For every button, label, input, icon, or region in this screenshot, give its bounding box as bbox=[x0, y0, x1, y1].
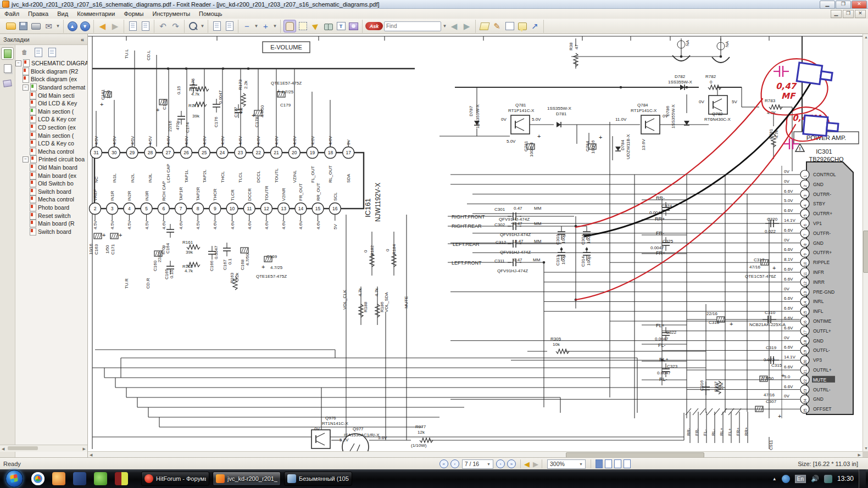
bookmark-item-11[interactable]: Mecha control bbox=[15, 148, 87, 156]
comment-bubble-tool-icon[interactable] bbox=[516, 20, 528, 32]
word-icon[interactable] bbox=[73, 472, 86, 485]
scroll-right-icon[interactable]: ▶ bbox=[83, 447, 86, 451]
redo-icon[interactable]: ↷ bbox=[170, 20, 181, 32]
page-prev-tool-icon[interactable] bbox=[127, 20, 138, 32]
print-icon[interactable] bbox=[30, 20, 42, 32]
continuous-layout-icon[interactable] bbox=[605, 459, 612, 468]
bookmark-item-14[interactable]: Main board (ex bbox=[15, 171, 87, 180]
bookmark-item-3[interactable]: −Standard schemat bbox=[15, 83, 87, 92]
hidden-icons-arrow[interactable]: ▲ bbox=[772, 476, 777, 481]
bookmark-item-6[interactable]: Main section ( bbox=[15, 108, 87, 116]
pencil-tool-icon[interactable]: ✎ bbox=[491, 20, 503, 32]
sidebar-hscroll-thumb[interactable] bbox=[8, 446, 38, 450]
fit-page-icon[interactable] bbox=[211, 20, 222, 32]
page-dropdown-icon[interactable]: ▼ bbox=[487, 462, 491, 466]
vertical-scroll-thumb[interactable] bbox=[863, 231, 868, 273]
dropdown-icon[interactable]: ▼ bbox=[272, 20, 277, 32]
utorrent-icon[interactable] bbox=[94, 472, 107, 485]
menu-item-5[interactable]: Инструменты bbox=[148, 9, 195, 18]
language-indicator[interactable]: En bbox=[795, 475, 806, 483]
sidebar-hscrollbar[interactable]: ◀ ▶ bbox=[0, 445, 87, 452]
tray-app-icon[interactable] bbox=[782, 475, 790, 483]
previous-view-icon[interactable]: ◀ bbox=[524, 460, 530, 468]
last-page-icon[interactable]: » bbox=[507, 459, 516, 468]
bookmarks-panel-icon[interactable] bbox=[1, 47, 14, 60]
mdi-minimize-button[interactable]: ▁ bbox=[831, 10, 842, 18]
first-page-icon[interactable]: « bbox=[439, 459, 448, 468]
bookmark-item-12[interactable]: −Printed circuit boa bbox=[15, 155, 87, 164]
bookmark-item-0[interactable]: −SCHEMATIC DIAGRAM bbox=[15, 59, 87, 68]
title-bar[interactable]: jvc_kd-r200_r201_r203_r207_s16_schematic… bbox=[0, 0, 868, 9]
scroll-up-icon[interactable]: ▲ bbox=[864, 35, 868, 39]
document-canvas[interactable]: !E-VOLUMEPOWER AMP.31NC4.5V30IN1L4.5V29I… bbox=[88, 34, 863, 451]
new-bookmark-icon[interactable] bbox=[34, 48, 43, 57]
close-button[interactable]: ✕ bbox=[852, 1, 867, 9]
arrow-select-tool-icon[interactable] bbox=[310, 20, 321, 32]
find-prev-icon[interactable]: ◀ bbox=[448, 20, 460, 32]
bookmark-item-10[interactable]: LCD & Key co bbox=[15, 139, 87, 148]
previous-view-icon[interactable]: ▲ bbox=[66, 20, 78, 32]
highlight-tool-icon[interactable] bbox=[478, 20, 490, 32]
taskbar-button-1[interactable]: jvc_kd-r200_r201_r20... bbox=[213, 472, 281, 486]
dropdown-icon[interactable]: ▼ bbox=[200, 20, 205, 32]
bookmark-item-21[interactable]: Switch board bbox=[15, 227, 87, 235]
zoom-tool-icon[interactable] bbox=[187, 20, 199, 32]
stamps-panel-icon[interactable] bbox=[1, 77, 14, 89]
menu-item-6[interactable]: Помощь bbox=[194, 9, 227, 18]
bookmark-item-2[interactable]: Block diagram (ex bbox=[15, 75, 87, 83]
bookmark-item-16[interactable]: Switch board bbox=[15, 188, 87, 196]
menu-item-0[interactable]: Файл bbox=[0, 9, 24, 18]
bookmark-item-1[interactable]: Block diagram (R2 bbox=[15, 68, 87, 76]
bookmark-item-19[interactable]: Reset switch bbox=[15, 211, 87, 220]
minimize-button[interactable]: ▁ bbox=[820, 1, 835, 9]
next-view-icon[interactable]: ▶ bbox=[533, 460, 538, 468]
scroll-right-icon[interactable]: ▶ bbox=[858, 453, 861, 457]
maximize-button[interactable]: ❐ bbox=[836, 1, 851, 9]
expand-bookmark-icon[interactable] bbox=[47, 48, 57, 57]
collapse-panel-button[interactable]: « bbox=[81, 36, 84, 43]
bookmark-item-5[interactable]: Old LCD & Key bbox=[15, 99, 87, 108]
page-next-tool-icon[interactable] bbox=[140, 20, 151, 32]
zoom-in-icon[interactable]: + bbox=[260, 20, 271, 32]
taskbar-button-2[interactable]: Безымянный (105%)... bbox=[284, 472, 352, 486]
zoom-dropdown-icon[interactable]: ▼ bbox=[579, 462, 583, 466]
ask-icon[interactable]: Ask bbox=[365, 22, 383, 30]
bookmark-item-7[interactable]: LCD & Key cor bbox=[15, 115, 87, 124]
delete-bookmark-icon[interactable]: 🗑 bbox=[20, 48, 29, 57]
bookmark-item-8[interactable]: CD section (ex bbox=[15, 124, 87, 132]
email-icon[interactable]: ✉ bbox=[43, 20, 54, 32]
share-arrow-tool-icon[interactable]: ↗ bbox=[529, 20, 541, 32]
open-folder-icon[interactable] bbox=[5, 20, 16, 32]
aimp-icon[interactable] bbox=[52, 472, 65, 485]
continuous-facing-layout-icon[interactable] bbox=[624, 459, 631, 468]
next-page-icon[interactable]: › bbox=[496, 459, 505, 468]
bookmark-item-17[interactable]: Mecha control bbox=[15, 195, 87, 204]
scroll-down-icon[interactable]: ▼ bbox=[864, 446, 868, 450]
volume-icon[interactable]: 🔊 bbox=[811, 475, 819, 483]
bookmark-item-15[interactable]: Old Switch bo bbox=[15, 180, 87, 188]
dropdown-icon[interactable]: ▼ bbox=[442, 20, 447, 32]
hand-tool-icon[interactable] bbox=[283, 20, 296, 32]
find-input[interactable] bbox=[384, 21, 441, 31]
facing-layout-icon[interactable] bbox=[614, 459, 621, 468]
zoom-out-icon[interactable]: − bbox=[241, 20, 253, 32]
dropdown-icon[interactable]: ▼ bbox=[254, 20, 259, 32]
tray-utility-icon[interactable] bbox=[824, 475, 832, 483]
bookmark-item-18[interactable]: Photo board bbox=[15, 204, 87, 212]
find-next-icon[interactable]: ▶ bbox=[461, 20, 472, 32]
show-desktop-button[interactable] bbox=[859, 469, 866, 488]
chrome-icon[interactable] bbox=[31, 472, 44, 485]
dropdown-icon[interactable]: ▼ bbox=[55, 20, 60, 32]
prev-page-icon[interactable]: ‹ bbox=[450, 459, 459, 468]
scroll-left-icon[interactable]: ◀ bbox=[90, 453, 92, 457]
next-view-icon[interactable]: ▼ bbox=[79, 20, 91, 32]
pages-panel-icon[interactable] bbox=[1, 62, 14, 75]
daemon-tools-icon[interactable] bbox=[115, 472, 128, 485]
menu-item-3[interactable]: Комментарии bbox=[73, 9, 119, 18]
bookmark-item-13[interactable]: Old Main board bbox=[15, 164, 87, 172]
bookmark-item-4[interactable]: Old Main secti bbox=[15, 91, 87, 99]
save-icon[interactable] bbox=[18, 20, 29, 32]
expander-icon[interactable]: − bbox=[23, 156, 29, 162]
scroll-left-icon[interactable]: ◀ bbox=[2, 447, 4, 451]
snapshot-tool-icon[interactable] bbox=[348, 20, 359, 32]
